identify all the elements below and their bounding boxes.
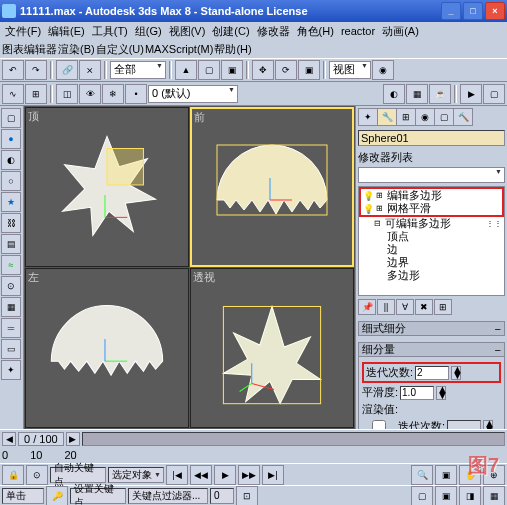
- spinner-buttons[interactable]: ▲▼: [451, 366, 461, 380]
- zoom-all-button[interactable]: ▣: [435, 465, 457, 485]
- keyfilter-button[interactable]: 关键点过滤器...: [128, 488, 208, 504]
- menu-create[interactable]: 创建(C): [209, 23, 252, 40]
- schematic-view-button[interactable]: ⊞: [25, 84, 47, 104]
- subobject-vertex[interactable]: 顶点: [359, 230, 504, 243]
- coord-dropdown[interactable]: 视图: [329, 61, 371, 79]
- pin-stack-button[interactable]: 📌: [358, 299, 376, 315]
- close-button[interactable]: ×: [485, 2, 505, 20]
- timeline-track[interactable]: [82, 432, 505, 446]
- create-tab[interactable]: ✦: [358, 108, 378, 126]
- viewport-left[interactable]: 左: [25, 268, 189, 428]
- modifier-item[interactable]: 网格平滑: [387, 201, 431, 216]
- menu-customize[interactable]: 自定义(U): [96, 42, 144, 57]
- viewport-perspective[interactable]: 透视: [190, 268, 354, 428]
- ragdoll-icon[interactable]: ✦: [1, 360, 21, 380]
- curve-editor-button[interactable]: ∿: [2, 84, 24, 104]
- water-icon[interactable]: ≈: [1, 255, 21, 275]
- motion-tab[interactable]: ◉: [415, 108, 435, 126]
- cloth-icon[interactable]: ▦: [1, 297, 21, 317]
- render-button[interactable]: ▶: [460, 84, 482, 104]
- modify-tab[interactable]: 🔧: [377, 108, 397, 126]
- layer-create-button[interactable]: ◫: [56, 84, 78, 104]
- render-iter-input[interactable]: [447, 420, 481, 430]
- modifier-list-dropdown[interactable]: [358, 167, 505, 183]
- center-button[interactable]: ◉: [372, 60, 394, 80]
- menu-edit[interactable]: 编辑(E): [45, 23, 88, 40]
- viewport-front[interactable]: 前: [190, 107, 354, 267]
- prev-frame-button[interactable]: ◀: [2, 432, 16, 446]
- undo-button[interactable]: ↶: [2, 60, 24, 80]
- time-position[interactable]: 0 / 100: [18, 432, 64, 446]
- menu-maxscript[interactable]: MAXScript(M): [145, 43, 213, 55]
- utilities-tab[interactable]: 🔨: [453, 108, 473, 126]
- unlink-button[interactable]: ⨯: [79, 60, 101, 80]
- pan-button[interactable]: ✋: [459, 465, 481, 485]
- bulb-icon[interactable]: 💡: [363, 204, 373, 214]
- torus-icon[interactable]: ○: [1, 171, 21, 191]
- configure-button[interactable]: ⊞: [434, 299, 452, 315]
- link-button[interactable]: 🔗: [56, 60, 78, 80]
- play-button[interactable]: ▶: [214, 465, 236, 485]
- time-config-button[interactable]: ⊡: [236, 486, 258, 506]
- menu-tools[interactable]: 工具(T): [89, 23, 131, 40]
- select-button[interactable]: ▲: [175, 60, 197, 80]
- filter-dropdown[interactable]: 全部: [110, 61, 166, 79]
- collapse-icon[interactable]: ⊟: [374, 219, 382, 228]
- goto-end-button[interactable]: ▶|: [262, 465, 284, 485]
- chain-icon[interactable]: ⛓: [1, 213, 21, 233]
- plane-icon[interactable]: ▭: [1, 339, 21, 359]
- quick-render-button[interactable]: ☕: [429, 84, 451, 104]
- subobject-polygon[interactable]: 多边形: [359, 269, 504, 282]
- spinner-buttons[interactable]: ▲▼: [483, 420, 493, 430]
- sphere-icon[interactable]: ●: [1, 129, 21, 149]
- layer-eye-icon[interactable]: 👁: [79, 84, 101, 104]
- material-editor-button[interactable]: ◐: [383, 84, 405, 104]
- viewport-top[interactable]: 顶: [25, 107, 189, 267]
- lock-icon[interactable]: 🔒: [2, 465, 24, 485]
- render-iter-checkbox[interactable]: [362, 420, 396, 430]
- spinner-buttons[interactable]: ▲▼: [436, 386, 446, 400]
- next-frame-button[interactable]: ▶: [66, 432, 80, 446]
- move-button[interactable]: ✥: [252, 60, 274, 80]
- grid-icon[interactable]: ▤: [1, 234, 21, 254]
- next-key-button[interactable]: ▶▶: [238, 465, 260, 485]
- subobject-border[interactable]: 边界: [359, 256, 504, 269]
- zoom-button[interactable]: 🔍: [411, 465, 433, 485]
- menu-reactor[interactable]: reactor: [338, 24, 378, 38]
- menu-file[interactable]: 文件(F): [2, 23, 44, 40]
- min-max-button[interactable]: ▦: [483, 486, 505, 506]
- menu-views[interactable]: 视图(V): [166, 23, 209, 40]
- iterations-input[interactable]: [415, 366, 449, 380]
- box-icon[interactable]: ▢: [1, 108, 21, 128]
- zoom-extents-button[interactable]: ▢: [411, 486, 433, 506]
- layer-lock-icon[interactable]: •: [125, 84, 147, 104]
- star-icon[interactable]: ★: [1, 192, 21, 212]
- remove-button[interactable]: ✖: [415, 299, 433, 315]
- scale-button[interactable]: ▣: [298, 60, 320, 80]
- expand-icon[interactable]: ⊞: [376, 191, 384, 200]
- goto-start-button[interactable]: |◀: [166, 465, 188, 485]
- expand-icon[interactable]: ⊞: [376, 204, 384, 213]
- smoothness-input[interactable]: [400, 386, 434, 400]
- menu-modifiers[interactable]: 修改器: [254, 23, 293, 40]
- frame-input[interactable]: [210, 488, 234, 504]
- menu-animation[interactable]: 动画(A): [379, 23, 422, 40]
- orbit-button[interactable]: ⊕: [483, 465, 505, 485]
- display-tab[interactable]: ▢: [434, 108, 454, 126]
- menu-group[interactable]: 组(G): [132, 23, 165, 40]
- redo-button[interactable]: ↷: [25, 60, 47, 80]
- menu-help[interactable]: 帮助(H): [214, 42, 251, 57]
- subobject-edge[interactable]: 边: [359, 243, 504, 256]
- key-mode-button[interactable]: ⊙: [26, 465, 48, 485]
- autokey-button[interactable]: 自动关键点: [50, 467, 106, 483]
- setkey-icon[interactable]: 🔑: [46, 486, 68, 506]
- tape-icon[interactable]: ═: [1, 318, 21, 338]
- layer-dropdown[interactable]: 0 (默认): [148, 85, 238, 103]
- rotate-button[interactable]: ⟳: [275, 60, 297, 80]
- selected-dropdown[interactable]: 选定对象: [108, 467, 164, 483]
- unique-button[interactable]: ∀: [396, 299, 414, 315]
- layer-freeze-icon[interactable]: ❄: [102, 84, 124, 104]
- menu-character[interactable]: 角色(H): [294, 23, 337, 40]
- maximize-viewport-button[interactable]: ◨: [459, 486, 481, 506]
- zoom-extents-all-button[interactable]: ▣: [435, 486, 457, 506]
